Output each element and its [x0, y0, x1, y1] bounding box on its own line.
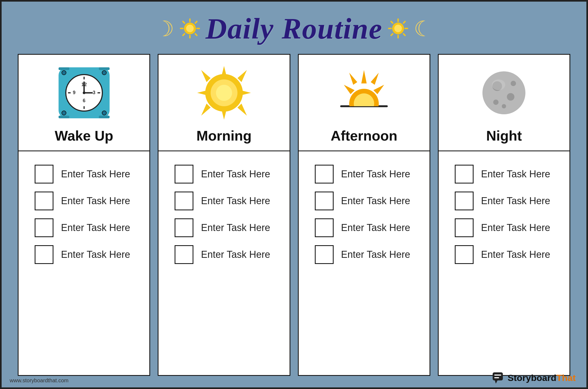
task-label[interactable]: Enter Task Here [201, 195, 270, 207]
svg-point-27 [62, 111, 66, 115]
svg-text:9: 9 [73, 90, 75, 95]
task-row: Enter Task Here [175, 192, 279, 210]
task-label[interactable]: Enter Task Here [341, 222, 410, 233]
task-row: Enter Task Here [315, 165, 419, 184]
svg-line-6 [183, 21, 185, 23]
svg-marker-48 [237, 104, 247, 116]
task-checkbox[interactable] [455, 218, 474, 237]
task-label[interactable]: Enter Task Here [201, 222, 270, 233]
task-row: Enter Task Here [35, 245, 139, 264]
column-body-wake-up: Enter Task Here Enter Task Here Enter Ta… [19, 151, 149, 375]
task-row: Enter Task Here [35, 192, 139, 210]
task-checkbox[interactable] [175, 165, 193, 184]
svg-rect-24 [99, 116, 110, 118]
svg-marker-55 [344, 85, 355, 94]
svg-line-19 [391, 34, 393, 35]
left-sun-icon [179, 18, 201, 40]
page-header: ☽ Daily Routine [2, 2, 586, 54]
task-checkbox[interactable] [455, 165, 474, 184]
right-sun-icon [387, 18, 409, 40]
task-row: Enter Task Here [315, 192, 419, 210]
task-label[interactable]: Enter Task Here [481, 168, 550, 180]
task-checkbox[interactable] [315, 165, 334, 184]
task-label[interactable]: Enter Task Here [61, 195, 130, 207]
svg-line-7 [195, 34, 197, 35]
svg-point-60 [354, 93, 374, 114]
column-night: Night Enter Task Here Enter Task Here En… [438, 54, 570, 376]
svg-text:12: 12 [81, 82, 87, 87]
task-label[interactable]: Enter Task Here [201, 249, 270, 260]
task-row: Enter Task Here [175, 245, 279, 264]
svg-point-67 [492, 79, 505, 90]
task-checkbox[interactable] [315, 245, 334, 264]
svg-rect-71 [494, 377, 499, 378]
task-checkbox[interactable] [35, 218, 53, 237]
svg-point-65 [511, 81, 516, 86]
afternoon-sun-icon [334, 63, 394, 122]
right-moon-icon: ☾ [414, 16, 433, 41]
footer-url: www.storyboardthat.com [10, 377, 68, 384]
svg-text:3: 3 [93, 90, 95, 95]
svg-line-9 [183, 34, 185, 35]
task-label[interactable]: Enter Task Here [481, 195, 550, 207]
task-checkbox[interactable] [455, 245, 474, 264]
svg-rect-23 [59, 116, 69, 118]
column-body-night: Enter Task Here Enter Task Here Enter Ta… [439, 151, 569, 375]
svg-marker-54 [361, 70, 367, 83]
column-body-morning: Enter Task Here Enter Task Here Enter Ta… [158, 151, 289, 375]
task-row: Enter Task Here [315, 245, 419, 264]
task-checkbox[interactable] [35, 165, 53, 184]
task-label[interactable]: Enter Task Here [341, 249, 410, 260]
task-row: Enter Task Here [175, 165, 279, 184]
task-row: Enter Task Here [455, 218, 559, 237]
columns-container: 12 6 9 3 Wake Up Enter Task Here Enter T… [2, 54, 586, 376]
task-label[interactable]: Enter Task Here [481, 249, 550, 260]
task-checkbox[interactable] [35, 192, 53, 210]
column-body-afternoon: Enter Task Here Enter Task Here Enter Ta… [299, 151, 430, 375]
svg-marker-69 [495, 380, 497, 384]
svg-point-51 [216, 85, 232, 101]
footer-logo: StoryboardThat [492, 372, 576, 384]
svg-line-18 [403, 21, 405, 23]
clock-icon: 12 6 9 3 [55, 63, 114, 122]
task-checkbox[interactable] [35, 245, 53, 264]
svg-marker-57 [349, 73, 357, 85]
task-label[interactable]: Enter Task Here [61, 222, 130, 233]
svg-marker-58 [371, 73, 379, 85]
svg-rect-70 [494, 375, 501, 376]
task-label[interactable]: Enter Task Here [61, 249, 130, 260]
svg-point-11 [394, 25, 402, 32]
sun-full-icon [194, 63, 254, 122]
task-label[interactable]: Enter Task Here [341, 195, 410, 207]
svg-point-64 [493, 100, 499, 105]
task-checkbox[interactable] [315, 192, 334, 210]
svg-rect-68 [493, 372, 503, 380]
page-title: Daily Routine [205, 12, 383, 46]
svg-point-28 [102, 111, 106, 115]
task-label[interactable]: Enter Task Here [201, 168, 270, 180]
task-label[interactable]: Enter Task Here [481, 222, 550, 233]
svg-text:6: 6 [83, 98, 85, 103]
task-checkbox[interactable] [315, 218, 334, 237]
storyboard-that-logo-icon [492, 372, 506, 384]
column-header-afternoon: Afternoon [299, 55, 430, 151]
svg-point-66 [502, 104, 506, 108]
svg-marker-46 [237, 70, 247, 82]
svg-point-63 [507, 93, 514, 101]
svg-marker-56 [373, 85, 384, 94]
task-row: Enter Task Here [315, 218, 419, 237]
task-checkbox[interactable] [175, 218, 193, 237]
task-row: Enter Task Here [455, 165, 559, 184]
task-checkbox[interactable] [175, 245, 193, 264]
task-row: Enter Task Here [35, 165, 139, 184]
moon-full-icon [474, 63, 533, 122]
task-label[interactable]: Enter Task Here [61, 168, 130, 180]
task-label[interactable]: Enter Task Here [341, 168, 410, 180]
task-row: Enter Task Here [175, 218, 279, 237]
task-checkbox[interactable] [175, 192, 193, 210]
svg-rect-21 [59, 67, 69, 70]
svg-line-8 [195, 21, 197, 23]
task-checkbox[interactable] [455, 192, 474, 210]
svg-line-16 [391, 21, 393, 23]
logo-text-that: That [556, 373, 576, 383]
